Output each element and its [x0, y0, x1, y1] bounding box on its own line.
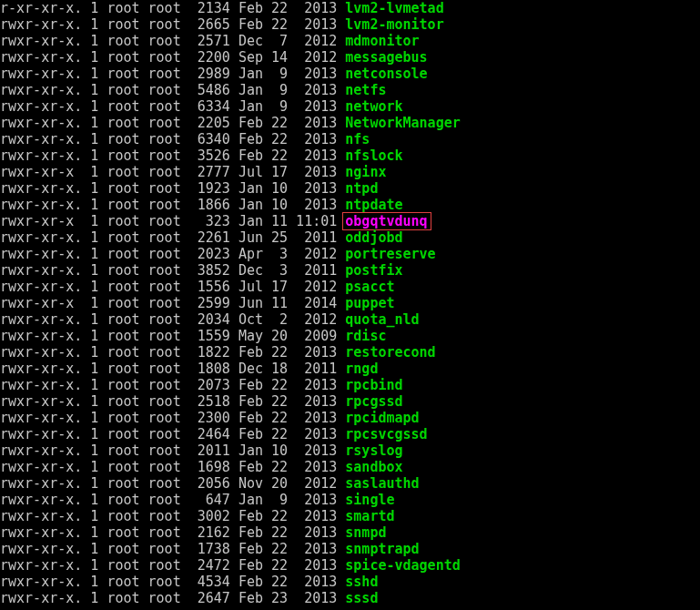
filename: portreserve [345, 246, 435, 262]
owner: root [107, 164, 139, 180]
listing-row: rwxr-xr-x. 1 root root 6334 Jan 9 2013 n… [0, 98, 700, 115]
permissions: rwxr-xr-x. [0, 115, 82, 131]
filename: sandbox [345, 459, 402, 475]
group: root [148, 475, 181, 492]
listing-row: rwxr-xr-x. 1 root root 3852 Dec 3 2011 p… [0, 262, 700, 279]
listing-row: rwxr-xr-x. 1 root root 2464 Feb 22 2013 … [0, 426, 700, 442]
listing-row: rwxr-xr-x. 1 root root 2571 Dec 7 2012 m… [0, 33, 700, 49]
size: 2011 [189, 442, 230, 459]
link-count: 1 [90, 98, 98, 115]
date: Oct 2 2012 [238, 311, 337, 328]
link-count: 1 [90, 49, 98, 66]
date: Jul 17 2013 [238, 164, 337, 180]
date: Jan 9 2013 [238, 66, 337, 82]
listing-row: rwxr-xr-x. 1 root root 1556 Jul 17 2012 … [0, 279, 700, 295]
owner: root [107, 115, 139, 131]
date: Jun 25 2011 [238, 229, 337, 246]
link-count: 1 [90, 147, 98, 164]
permissions: rwxr-xr-x. [0, 377, 82, 393]
owner: root [107, 66, 139, 82]
date: Sep 14 2012 [238, 49, 337, 66]
listing-row: r-xr-xr-x. 1 root root 2134 Feb 22 2013 … [0, 0, 700, 16]
group: root [148, 590, 181, 606]
link-count: 1 [90, 524, 98, 541]
size: 6334 [189, 98, 230, 115]
size: 2261 [189, 229, 230, 246]
group: root [148, 197, 181, 213]
link-count: 1 [90, 66, 98, 82]
size: 2205 [189, 115, 230, 131]
owner: root [107, 426, 139, 442]
owner: root [107, 262, 139, 279]
permissions: rwxr-xr-x. [0, 131, 82, 147]
size: 1923 [189, 180, 230, 197]
link-count: 1 [90, 180, 98, 197]
owner: root [107, 361, 139, 377]
link-count: 1 [90, 0, 98, 16]
listing-row: rwxr-xr-x. 1 root root 1738 Feb 22 2013 … [0, 541, 700, 557]
size: 2056 [189, 475, 230, 492]
listing-row: rwxr-xr-x. 1 root root 1822 Feb 22 2013 … [0, 344, 700, 361]
link-count: 1 [90, 492, 98, 508]
listing-row: rwxr-xr-x. 1 root root 1559 May 20 2009 … [0, 328, 700, 344]
group: root [148, 98, 181, 115]
filename: snmpd [345, 524, 386, 541]
permissions: rwxr-xr-x. [0, 574, 82, 590]
group: root [148, 295, 181, 311]
permissions: rwxr-xr-x. [0, 426, 82, 442]
date: Nov 20 2012 [238, 475, 337, 492]
date: Jan 11 11:01 [238, 213, 337, 229]
listing-row: rwxr-xr-x. 1 root root 1698 Feb 22 2013 … [0, 459, 700, 475]
date: Feb 22 2013 [238, 426, 337, 442]
listing-row: rwxr-xr-x. 1 root root 4534 Feb 22 2013 … [0, 574, 700, 590]
link-count: 1 [90, 279, 98, 295]
link-count: 1 [90, 344, 98, 361]
permissions: rwxr-xr-x [0, 295, 82, 311]
group: root [148, 344, 181, 361]
group: root [148, 508, 181, 524]
date: Feb 22 2013 [238, 459, 337, 475]
filename: quota_nld [345, 311, 419, 328]
date: Jan 10 2013 [238, 180, 337, 197]
owner: root [107, 393, 139, 410]
owner: root [107, 197, 139, 213]
filename: puppet [345, 295, 394, 311]
listing-row: rwxr-xr-x. 1 root root 2647 Feb 23 2013 … [0, 590, 700, 606]
permissions: rwxr-xr-x. [0, 361, 82, 377]
filename: rpcgssd [345, 393, 402, 410]
listing-row: rwxr-xr-x. 1 root root 647 Jan 9 2013 si… [0, 492, 700, 508]
owner: root [107, 344, 139, 361]
group: root [148, 0, 181, 16]
filename: sshd [345, 574, 378, 590]
listing-row: rwxr-xr-x. 1 root root 2261 Jun 25 2011 … [0, 229, 700, 246]
link-count: 1 [90, 541, 98, 557]
group: root [148, 115, 181, 131]
link-count: 1 [90, 229, 98, 246]
listing-row: rwxr-xr-x 1 root root 323 Jan 11 11:01 o… [0, 213, 700, 229]
date: Feb 22 2013 [238, 410, 337, 426]
permissions: rwxr-xr-x. [0, 541, 82, 557]
group: root [148, 66, 181, 82]
group: root [148, 213, 181, 229]
date: Feb 22 2013 [238, 508, 337, 524]
listing-row: rwxr-xr-x. 1 root root 2011 Jan 10 2013 … [0, 442, 700, 459]
permissions: rwxr-xr-x. [0, 311, 82, 328]
highlighted-filename: obgqtvdunq [342, 212, 431, 230]
listing-row: rwxr-xr-x. 1 root root 5486 Jan 9 2013 n… [0, 82, 700, 98]
group: root [148, 131, 181, 147]
size: 3852 [189, 262, 230, 279]
size: 2647 [189, 590, 230, 606]
filename: sssd [345, 590, 378, 606]
filename: ntpd [345, 180, 378, 197]
filename: oddjobd [345, 229, 402, 246]
filename: messagebus [345, 49, 427, 66]
owner: root [107, 475, 139, 492]
filename: restorecond [345, 344, 435, 361]
date: Dec 3 2011 [238, 262, 337, 279]
listing-row: rwxr-xr-x. 1 root root 2056 Nov 20 2012 … [0, 475, 700, 492]
size: 2034 [189, 311, 230, 328]
size: 2665 [189, 16, 230, 33]
filename: rdisc [345, 328, 386, 344]
link-count: 1 [90, 197, 98, 213]
filename: lvm2-monitor [345, 16, 443, 33]
